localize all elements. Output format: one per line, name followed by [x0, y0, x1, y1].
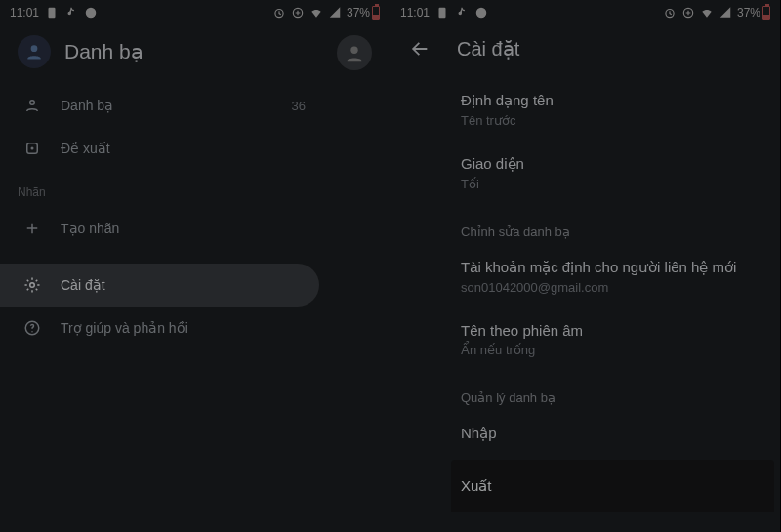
nav-suggestions[interactable]: Đề xuất — [0, 127, 319, 170]
setting-phonetic-sub: Ẩn nếu trống — [461, 343, 760, 357]
signal-icon — [719, 6, 732, 20]
svg-point-4 — [31, 45, 38, 52]
person-icon — [23, 97, 41, 114]
battery-icon — [762, 6, 770, 20]
svg-point-6 — [30, 101, 35, 105]
drawer-title: Danh bạ — [64, 40, 144, 63]
wifi-icon — [700, 6, 714, 20]
line-icon — [474, 6, 488, 20]
setting-theme-sub: Tối — [461, 177, 760, 191]
app-bar: Cài đặt — [390, 25, 780, 78]
setting-import[interactable]: Nhập — [451, 411, 780, 460]
svg-rect-12 — [439, 8, 446, 19]
settings-screen: 11:01 37% Cài đặt Định dạng tên Tên trướ… — [390, 0, 781, 532]
status-bar: 11:01 37% — [390, 0, 780, 25]
battery-indicator: 37% — [347, 6, 380, 20]
data-saver-icon — [681, 6, 695, 20]
status-bar: 11:01 37% — [0, 0, 390, 25]
svg-point-8 — [31, 147, 34, 150]
nav-create-label[interactable]: Tạo nhãn — [0, 207, 319, 250]
nav-settings[interactable]: Cài đặt — [0, 264, 319, 307]
setting-export[interactable]: Xuất — [451, 460, 774, 512]
nav-settings-label: Cài đặt — [61, 277, 105, 293]
signal-icon — [328, 6, 342, 20]
setting-theme[interactable]: Giao diện Tối — [451, 142, 780, 205]
status-time: 11:01 — [10, 6, 39, 20]
tiktok-icon — [64, 6, 78, 20]
nav-help-label: Trợ giúp và phản hồi — [61, 320, 188, 336]
nav-contacts-label: Danh bạ — [61, 98, 113, 113]
battery-percent: 37% — [347, 6, 370, 20]
plus-icon — [23, 220, 41, 237]
status-time: 11:01 — [400, 6, 430, 20]
svg-point-13 — [476, 8, 487, 19]
drawer-header: Danh bạ — [0, 25, 390, 84]
setting-phonetic-name[interactable]: Tên theo phiên âm Ẩn nếu trống — [451, 308, 780, 371]
nav-suggestions-label: Đề xuất — [61, 141, 110, 156]
sim-icon — [45, 6, 59, 20]
svg-point-9 — [30, 283, 35, 288]
section-manage-contacts: Quản lý danh bạ — [451, 371, 780, 411]
setting-name-format-sub: Tên trước — [461, 113, 760, 128]
alarm-icon — [272, 6, 286, 20]
gear-icon — [23, 276, 41, 294]
contacts-count: 36 — [292, 99, 306, 113]
setting-default-account-title: Tài khoản mặc định cho người liên hệ mới — [461, 259, 760, 276]
setting-theme-title: Giao diện — [461, 155, 760, 173]
wifi-icon — [309, 6, 323, 20]
svg-point-11 — [31, 331, 33, 333]
setting-default-account-sub: son01042000@gmail.com — [461, 280, 760, 295]
data-saver-icon — [291, 6, 305, 20]
appbar-title: Cài đặt — [457, 37, 519, 61]
setting-export-title: Xuất — [461, 477, 764, 495]
setting-phonetic-title: Tên theo phiên âm — [461, 322, 760, 339]
help-icon — [23, 319, 41, 337]
svg-point-1 — [86, 8, 97, 19]
battery-indicator: 37% — [737, 6, 770, 20]
setting-name-format[interactable]: Định dạng tên Tên trước — [451, 78, 780, 142]
battery-icon — [372, 6, 380, 20]
setting-default-account[interactable]: Tài khoản mặc định cho người liên hệ mới… — [451, 245, 780, 308]
contacts-drawer-screen: 11:01 37% Danh bạ Danh bạ 36 — [0, 0, 390, 532]
section-edit-contacts: Chỉnh sửa danh bạ — [451, 205, 780, 245]
setting-name-format-title: Định dạng tên — [461, 92, 760, 109]
labels-section-header: Nhãn — [0, 170, 390, 207]
tiktok-icon — [455, 6, 469, 20]
nav-contacts[interactable]: Danh bạ 36 — [0, 84, 319, 127]
app-avatar-icon — [18, 35, 51, 68]
nav-help[interactable]: Trợ giúp và phản hồi — [0, 307, 319, 349]
back-button[interactable] — [408, 37, 432, 61]
line-icon — [84, 6, 98, 20]
setting-import-title: Nhập — [461, 425, 760, 442]
battery-percent: 37% — [737, 6, 760, 20]
sim-icon — [435, 6, 449, 20]
nav-create-label-text: Tạo nhãn — [61, 221, 119, 236]
sparkle-icon — [23, 140, 41, 157]
svg-rect-0 — [49, 8, 56, 19]
alarm-icon — [663, 6, 677, 20]
